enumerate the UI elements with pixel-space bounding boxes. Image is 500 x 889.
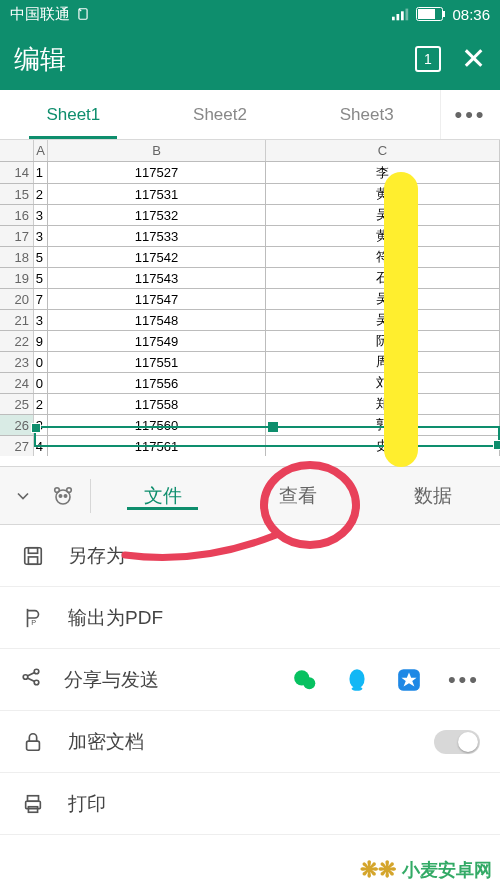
sheet-tab-3[interactable]: Sheet3 xyxy=(293,90,440,139)
cell[interactable]: 符 xyxy=(266,247,500,267)
cell[interactable]: 吴 xyxy=(266,205,500,225)
cell[interactable]: 117533 xyxy=(48,226,266,246)
table-row[interactable]: 207117547吴 xyxy=(0,288,500,309)
wechat-icon[interactable] xyxy=(292,667,318,693)
star-app-icon[interactable] xyxy=(396,667,422,693)
window-tabs-button[interactable]: 1 xyxy=(415,46,441,72)
encrypt-toggle[interactable] xyxy=(434,730,480,754)
table-row[interactable]: 152117531黄 xyxy=(0,183,500,204)
pdf-icon: P xyxy=(20,605,46,631)
cell[interactable]: 117531 xyxy=(48,184,266,204)
table-row[interactable]: 213117548吴 xyxy=(0,309,500,330)
row-header[interactable]: 22 xyxy=(0,331,34,351)
col-header-A[interactable]: A xyxy=(34,140,48,161)
table-row[interactable]: 195117543石 xyxy=(0,267,500,288)
tool-tab-file[interactable]: 文件 xyxy=(95,483,230,509)
cell[interactable]: 3 xyxy=(34,205,48,225)
col-header-C[interactable]: C xyxy=(266,140,500,161)
cell[interactable]: 117549 xyxy=(48,331,266,351)
cell[interactable]: 117551 xyxy=(48,352,266,372)
svg-rect-13 xyxy=(25,547,42,564)
collapse-panel-button[interactable] xyxy=(8,481,38,511)
table-row[interactable]: 252117558郑 xyxy=(0,393,500,414)
svg-rect-7 xyxy=(443,11,445,17)
row-header[interactable]: 19 xyxy=(0,268,34,288)
sheet-tab-1[interactable]: Sheet1 xyxy=(0,90,147,139)
cell[interactable]: 117558 xyxy=(48,394,266,414)
cell[interactable]: 7 xyxy=(34,289,48,309)
cell[interactable]: 117543 xyxy=(48,268,266,288)
cell[interactable]: 5 xyxy=(34,268,48,288)
table-row[interactable]: 229117549阮 xyxy=(0,330,500,351)
cell[interactable]: 郭 xyxy=(266,415,500,435)
cell[interactable]: 117548 xyxy=(48,310,266,330)
cell[interactable]: 117556 xyxy=(48,373,266,393)
cell[interactable]: 吴 xyxy=(266,289,500,309)
cell[interactable]: 石 xyxy=(266,268,500,288)
close-button[interactable]: ✕ xyxy=(461,44,486,74)
row-header[interactable]: 16 xyxy=(0,205,34,225)
menu-encrypt[interactable]: 加密文档 xyxy=(0,711,500,773)
col-header-B[interactable]: B xyxy=(48,140,266,161)
cell[interactable]: 阮 xyxy=(266,331,500,351)
table-row[interactable]: 141117527李 xyxy=(0,162,500,183)
table-row[interactable]: 263117560郭 xyxy=(0,414,500,435)
spreadsheet-grid[interactable]: A B C 141117527李152117531黄163117532吴1731… xyxy=(0,140,500,466)
row-header[interactable]: 18 xyxy=(0,247,34,267)
table-row[interactable]: 163117532吴 xyxy=(0,204,500,225)
cell[interactable]: 117561 xyxy=(48,436,266,456)
cell[interactable]: 3 xyxy=(34,310,48,330)
cell[interactable]: 周 xyxy=(266,352,500,372)
row-header[interactable]: 23 xyxy=(0,352,34,372)
tool-tab-view[interactable]: 查看 xyxy=(230,483,365,509)
cell[interactable]: 117560 xyxy=(48,415,266,435)
cell[interactable]: 吴 xyxy=(266,310,500,330)
cell[interactable]: 9 xyxy=(34,331,48,351)
row-header[interactable]: 15 xyxy=(0,184,34,204)
row-header[interactable]: 17 xyxy=(0,226,34,246)
svg-text:P: P xyxy=(31,618,36,627)
cell[interactable]: 1 xyxy=(34,162,48,183)
row-header[interactable]: 27 xyxy=(0,436,34,456)
cell[interactable]: 0 xyxy=(34,373,48,393)
row-header[interactable]: 24 xyxy=(0,373,34,393)
cell[interactable]: 117532 xyxy=(48,205,266,225)
cell[interactable]: 0 xyxy=(34,352,48,372)
menu-share[interactable]: 分享与发送 ••• xyxy=(0,649,500,711)
cell[interactable]: 3 xyxy=(34,415,48,435)
sheet-tabs-more[interactable]: ••• xyxy=(440,90,500,139)
cell[interactable]: 郑 xyxy=(266,394,500,414)
tool-tab-data[interactable]: 数据 xyxy=(365,483,500,509)
table-row[interactable]: 240117556刘 xyxy=(0,372,500,393)
share-more-button[interactable]: ••• xyxy=(448,667,480,693)
cell[interactable]: 李 xyxy=(266,162,500,183)
cell[interactable]: 黄 xyxy=(266,226,500,246)
cell[interactable]: 黄 xyxy=(266,184,500,204)
row-header[interactable]: 20 xyxy=(0,289,34,309)
qq-icon[interactable] xyxy=(344,667,370,693)
row-header[interactable]: 21 xyxy=(0,310,34,330)
table-row[interactable]: 185117542符 xyxy=(0,246,500,267)
svg-rect-29 xyxy=(28,795,39,801)
cell[interactable]: 117527 xyxy=(48,162,266,183)
row-header[interactable]: 25 xyxy=(0,394,34,414)
sheet-tab-2[interactable]: Sheet2 xyxy=(147,90,294,139)
cell[interactable]: 117547 xyxy=(48,289,266,309)
table-row[interactable]: 230117551周 xyxy=(0,351,500,372)
menu-save-as[interactable]: 另存为 xyxy=(0,525,500,587)
table-row[interactable]: 274117561史 xyxy=(0,435,500,456)
menu-export-pdf[interactable]: P 输出为PDF xyxy=(0,587,500,649)
cell[interactable]: 3 xyxy=(34,226,48,246)
assistant-button[interactable] xyxy=(48,481,78,511)
menu-print[interactable]: 打印 xyxy=(0,773,500,835)
cell[interactable]: 117542 xyxy=(48,247,266,267)
row-header[interactable]: 26 xyxy=(0,415,34,435)
row-header[interactable]: 14 xyxy=(0,162,34,183)
cell[interactable]: 刘 xyxy=(266,373,500,393)
cell[interactable]: 2 xyxy=(34,394,48,414)
cell[interactable]: 2 xyxy=(34,184,48,204)
table-row[interactable]: 173117533黄 xyxy=(0,225,500,246)
cell[interactable]: 5 xyxy=(34,247,48,267)
cell[interactable]: 史 xyxy=(266,436,500,456)
cell[interactable]: 4 xyxy=(34,436,48,456)
